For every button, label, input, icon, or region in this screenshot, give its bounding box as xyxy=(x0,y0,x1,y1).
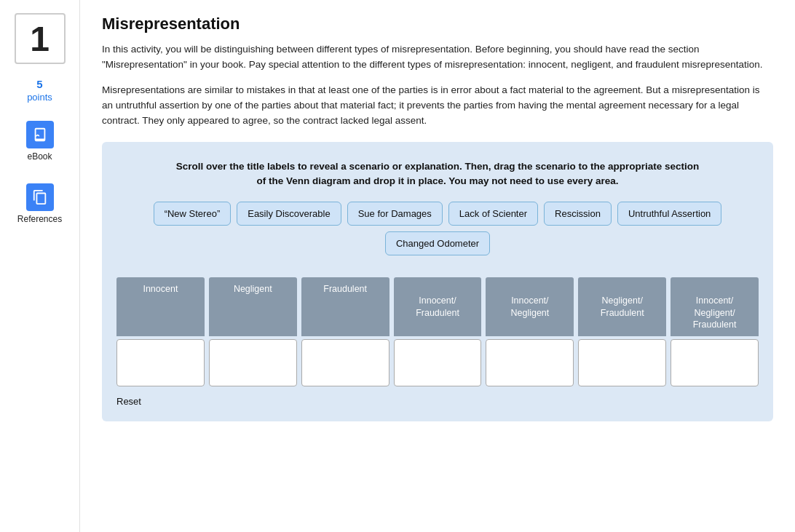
intro-text-2: Misrepresentations are similar to mistak… xyxy=(102,83,773,129)
drop-cell-innocent-negligent[interactable] xyxy=(486,339,574,386)
chip-changed-odometer[interactable]: Changed Odometer xyxy=(385,231,490,255)
chip-sue-for-damages[interactable]: Sue for Damages xyxy=(347,202,443,226)
chips-row: “New Stereo” Easily Discoverable Sue for… xyxy=(116,202,759,255)
ebook-button[interactable]: eBook xyxy=(11,116,69,166)
chip-untruthful-assertion[interactable]: Untruthful Assertion xyxy=(617,202,721,226)
drop-cell-innocent[interactable] xyxy=(116,339,205,386)
chip-new-stereo[interactable]: “New Stereo” xyxy=(154,202,232,226)
reset-button[interactable]: Reset xyxy=(116,396,141,407)
venn-header-all-three: Innocent/Negligent/Fraudulent xyxy=(671,277,759,336)
drop-cell-fraudulent[interactable] xyxy=(301,339,389,386)
chip-lack-of-scienter[interactable]: Lack of Scienter xyxy=(448,202,538,226)
step-number: 1 xyxy=(15,13,66,64)
activity-area: Scroll over the title labels to reveal a… xyxy=(102,142,773,422)
chip-easily-discoverable[interactable]: Easily Discoverable xyxy=(237,202,341,226)
venn-drop-row xyxy=(116,339,759,386)
venn-header-innocent-negligent: Innocent/Negligent xyxy=(486,277,574,336)
points-display: 5 points xyxy=(27,77,52,103)
main-content: Misrepresentation In this activity, you … xyxy=(80,0,795,532)
ebook-icon xyxy=(26,121,54,148)
venn-header-innocent: Innocent xyxy=(116,277,205,336)
drop-cell-innocent-fraudulent[interactable] xyxy=(394,339,482,386)
instruction-text: Scroll over the title labels to reveal a… xyxy=(116,159,759,189)
sidebar: 1 5 points eBook References xyxy=(0,0,80,532)
book-svg xyxy=(32,127,48,143)
references-svg xyxy=(32,189,48,205)
references-button[interactable]: References xyxy=(11,179,69,229)
venn-header-negligent: Negligent xyxy=(209,277,297,336)
chip-rescission[interactable]: Rescission xyxy=(544,202,612,226)
venn-diagram: Innocent Negligent Fraudulent Innocent/F… xyxy=(116,277,759,386)
venn-header-innocent-fraudulent: Innocent/Fraudulent xyxy=(394,277,482,336)
ebook-label: eBook xyxy=(27,151,52,162)
drop-cell-negligent-fraudulent[interactable] xyxy=(578,339,666,386)
reset-area: Reset xyxy=(116,395,759,407)
drop-cell-negligent[interactable] xyxy=(209,339,297,386)
drop-cell-all-three[interactable] xyxy=(671,339,759,386)
intro-text-1: In this activity, you will be distinguis… xyxy=(102,42,773,73)
page-title: Misrepresentation xyxy=(102,15,773,33)
references-label: References xyxy=(17,214,62,224)
venn-header-negligent-fraudulent: Negligent/Fraudulent xyxy=(578,277,666,336)
venn-header-fraudulent: Fraudulent xyxy=(301,277,389,336)
references-icon xyxy=(26,183,54,211)
venn-headers: Innocent Negligent Fraudulent Innocent/F… xyxy=(116,277,759,336)
